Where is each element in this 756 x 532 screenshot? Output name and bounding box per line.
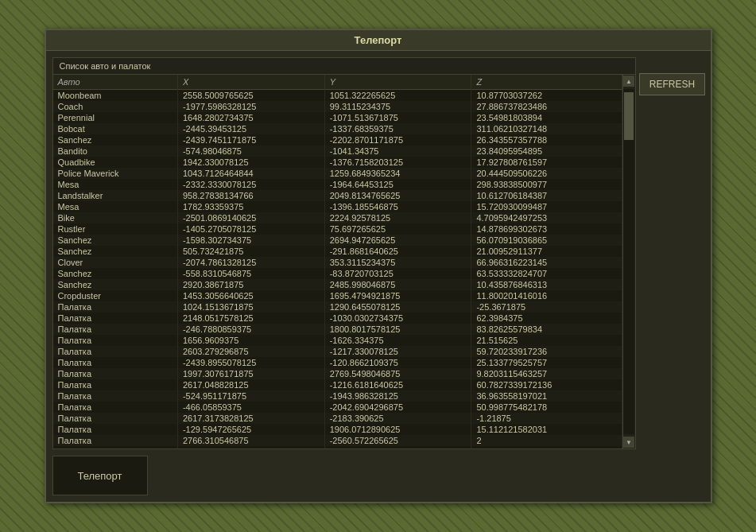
- table-cell-1: -129.5947265625: [177, 424, 324, 435]
- col-header-auto: Авто: [53, 75, 178, 90]
- table-row[interactable]: Палатка415.52343752034.541992187544.2355…: [53, 446, 622, 449]
- teleport-box[interactable]: Телепорт: [52, 456, 148, 495]
- table-row[interactable]: Палатка2603.279296875-1217.33007812559.7…: [53, 346, 622, 357]
- table-row[interactable]: Coach-1977.598632812599.311523437527.886…: [53, 101, 622, 112]
- table-cell-0: Mesa: [53, 201, 178, 212]
- table-row[interactable]: Sanchez-558.8310546875-83.872070312563.5…: [53, 268, 622, 279]
- table-cell-1: -2445.39453125: [177, 123, 324, 134]
- table-cell-3: 20.444509506226: [471, 168, 622, 179]
- table-cell-2: 75.697265625: [324, 223, 471, 235]
- table-row[interactable]: Quadbike1942.330078125-1376.715820312517…: [53, 157, 622, 168]
- table-row[interactable]: Sanchez-1598.3027343752694.94726562556.0…: [53, 235, 622, 246]
- table-row[interactable]: Палатка1024.15136718751290.6455078125-25…: [53, 301, 622, 313]
- table-cell-0: Quadbike: [53, 157, 178, 168]
- table-cell-2: -1376.7158203125: [324, 157, 471, 168]
- scrollbar-down-arrow[interactable]: ▼: [623, 437, 634, 448]
- table-row[interactable]: Bike-2501.08691406252224.925781254.70959…: [53, 212, 622, 223]
- table-row[interactable]: Clover-2074.7861328125353.311523437566.9…: [53, 257, 622, 268]
- table-cell-2: -291.8681640625: [324, 246, 471, 257]
- table-cell-0: Палатка: [53, 379, 178, 390]
- table-row[interactable]: Perennial1648.2802734375-1071.5136718752…: [53, 112, 622, 123]
- table-row[interactable]: Палатка-129.59472656251906.071289062515.…: [53, 424, 622, 435]
- table-row[interactable]: Bobcat-2445.39453125-1337.68359375311.06…: [53, 123, 622, 134]
- table-row[interactable]: Палатка2617.3173828125-2183.390625-1.218…: [53, 413, 622, 424]
- table-row[interactable]: Палатка1997.30761718752769.54980468759.8…: [53, 368, 622, 379]
- table-cell-2: -120.8662109375: [324, 357, 471, 368]
- table-cell-2: -1041.34375: [324, 146, 471, 157]
- table-row[interactable]: Rustler-1405.270507812575.69726562514.87…: [53, 223, 622, 235]
- table-cell-0: Палатка: [53, 324, 178, 335]
- scrollbar[interactable]: ▲ ▼: [622, 75, 635, 449]
- table-row[interactable]: Landstalker958.278381347662049.813476562…: [53, 190, 622, 201]
- table-cell-3: 21.00952911377: [471, 246, 622, 257]
- table-row[interactable]: Палатка-2439.8955078125-120.866210937525…: [53, 357, 622, 368]
- table-cell-1: -558.8310546875: [177, 268, 324, 279]
- table-row[interactable]: Sanchez2920.386718752485.99804687510.435…: [53, 279, 622, 290]
- table-cell-1: 2617.048828125: [177, 379, 324, 390]
- table-cell-0: Sanchez: [53, 134, 178, 146]
- table-section: Список авто и палаток Авто X Y Z: [52, 57, 704, 449]
- table-row[interactable]: Палатка1656.9609375-1626.33437521.515625: [53, 335, 622, 346]
- table-cell-1: 2766.310546875: [177, 435, 324, 446]
- table-cell-1: 2148.0517578125: [177, 313, 324, 324]
- table-cell-3: 10.612706184387: [471, 190, 622, 201]
- table-row[interactable]: Палатка-466.05859375-2042.690429687550.9…: [53, 402, 622, 413]
- scrollbar-thumb[interactable]: [624, 92, 634, 140]
- table-cell-3: -25.3671875: [471, 301, 622, 313]
- table-cell-3: 311.06210327148: [471, 123, 622, 134]
- table-cell-0: Landstalker: [53, 190, 178, 201]
- refresh-button[interactable]: REFRESH: [639, 73, 705, 95]
- table-cell-3: 25.133779525757: [471, 357, 622, 368]
- table-row[interactable]: Палатка2617.048828125-1216.618164062560.…: [53, 379, 622, 390]
- table-cell-2: -2560.572265625: [324, 435, 471, 446]
- table-row[interactable]: Police Maverick1043.71264648441259.68493…: [53, 168, 622, 179]
- table-cell-2: -1216.6181640625: [324, 379, 471, 390]
- table-cell-0: Coach: [53, 101, 178, 112]
- table-cell-2: -1217.330078125: [324, 346, 471, 357]
- table-cell-0: Палатка: [53, 402, 178, 413]
- table-cell-3: 26.343557357788: [471, 134, 622, 146]
- table-cell-0: Палатка: [53, 446, 178, 449]
- title-bar: Телепорт: [46, 30, 711, 51]
- table-cell-1: -2439.7451171875: [177, 134, 324, 146]
- data-table: Авто X Y Z Moonbeam2558.50097656251051.3…: [53, 75, 622, 449]
- table-cell-2: 1259.6849365234: [324, 168, 471, 179]
- table-cell-2: -1396.185546875: [324, 201, 471, 212]
- table-cell-2: 353.3115234375: [324, 257, 471, 268]
- scrollbar-track[interactable]: [623, 89, 634, 434]
- window-title: Телепорт: [355, 34, 402, 46]
- table-cell-3: 59.720233917236: [471, 346, 622, 357]
- table-cell-3: 15.720930099487: [471, 201, 622, 212]
- table-cell-0: Палатка: [53, 335, 178, 346]
- table-row[interactable]: Bandito-574.98046875-1041.3437523.840959…: [53, 146, 622, 157]
- table-row[interactable]: Палатка2766.310546875-2560.5722656252: [53, 435, 622, 446]
- table-cell-2: 2769.5498046875: [324, 368, 471, 379]
- table-cell-1: -1598.302734375: [177, 235, 324, 246]
- table-cell-3: 62.3984375: [471, 313, 622, 324]
- table-row[interactable]: Палатка2148.0517578125-1030.030273437562…: [53, 313, 622, 324]
- table-cell-0: Mesa: [53, 179, 178, 190]
- table-row[interactable]: Mesa1782.93359375-1396.18554687515.72093…: [53, 201, 622, 212]
- table-row[interactable]: Палатка-246.78808593751800.801757812583.…: [53, 324, 622, 335]
- table-row[interactable]: Mesa-2332.3330078125-1964.64453125298.93…: [53, 179, 622, 190]
- table-cell-2: 2049.8134765625: [324, 190, 471, 201]
- teleport-label: Телепорт: [78, 470, 122, 482]
- table-cell-2: -1964.64453125: [324, 179, 471, 190]
- table-cell-3: 56.070919036865: [471, 235, 622, 246]
- table-cell-0: Bandito: [53, 146, 178, 157]
- table-cell-0: Perennial: [53, 112, 178, 123]
- scrollbar-up-arrow[interactable]: ▲: [623, 76, 634, 87]
- table-row[interactable]: Moonbeam2558.50097656251051.32226562510.…: [53, 90, 622, 102]
- table-cell-3: 23.54981803894: [471, 112, 622, 123]
- table-row[interactable]: Палатка-524.951171875-1943.98632812536.9…: [53, 390, 622, 402]
- table-cell-0: Палатка: [53, 424, 178, 435]
- table-cell-1: -1977.5986328125: [177, 101, 324, 112]
- table-cell-1: 2920.38671875: [177, 279, 324, 290]
- table-cell-2: 2224.92578125: [324, 212, 471, 223]
- table-scroll-area[interactable]: Авто X Y Z Moonbeam2558.50097656251051.3…: [53, 75, 622, 449]
- table-row[interactable]: Sanchez505.732421875-291.868164062521.00…: [53, 246, 622, 257]
- table-row[interactable]: Sanchez-2439.7451171875-2202.87011718752…: [53, 134, 622, 146]
- table-cell-3: 50.998775482178: [471, 402, 622, 413]
- table-cell-1: 2617.3173828125: [177, 413, 324, 424]
- table-row[interactable]: Cropduster1453.30566406251695.4794921875…: [53, 290, 622, 301]
